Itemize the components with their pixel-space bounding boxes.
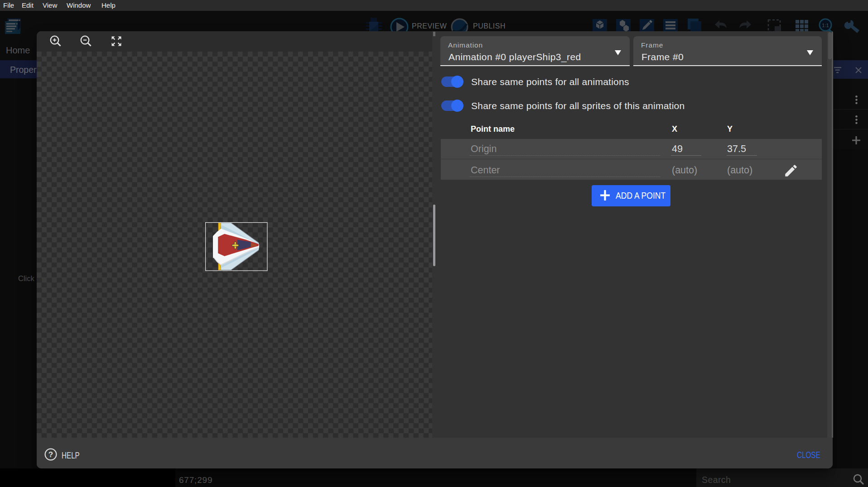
- svg-text:?: ?: [48, 450, 53, 459]
